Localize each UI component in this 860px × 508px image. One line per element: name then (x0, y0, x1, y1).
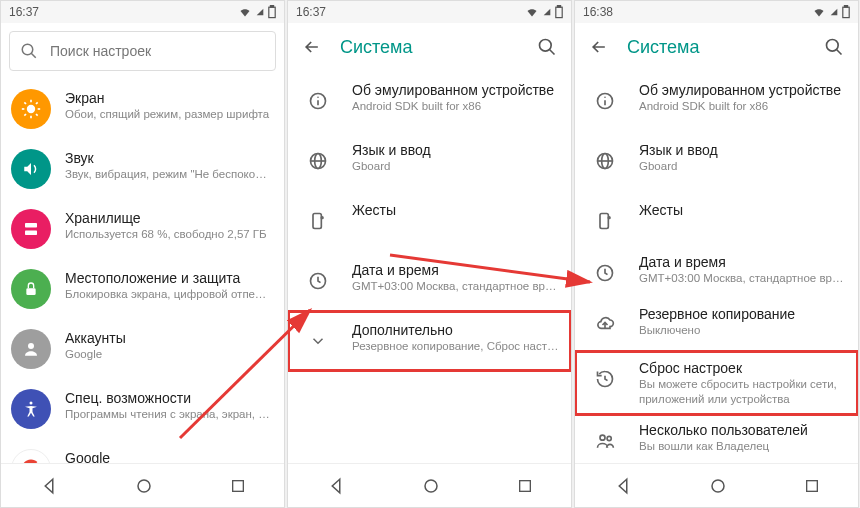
item-backup[interactable]: Резервное копированиеВыключено (575, 299, 858, 351)
nav-bar (1, 463, 284, 507)
item-storage[interactable]: ХранилищеИспользуется 68 %, свободно 2,5… (1, 199, 284, 259)
row-title: Резервное копирование (639, 305, 846, 323)
app-bar: Система (288, 23, 571, 71)
appbar-title: Система (332, 37, 527, 58)
item-display[interactable]: ЭкранОбои, спящий режим, размер шрифта (1, 79, 284, 139)
lock-icon (11, 269, 51, 309)
clock: 16:37 (296, 5, 326, 19)
item-accessibility[interactable]: Спец. возможностиПрограммы чтения с экра… (1, 379, 284, 439)
svg-rect-14 (25, 231, 37, 236)
nav-recent-icon[interactable] (230, 478, 246, 494)
wifi-icon (812, 6, 826, 18)
svg-point-16 (28, 343, 34, 349)
row-title: Сброс настроек (639, 359, 846, 377)
row-subtitle: Программы чтения с экрана, экран, элемен… (65, 407, 272, 422)
row-subtitle: Вы можете сбросить настройки сети, прило… (639, 377, 846, 407)
google-icon (11, 449, 51, 463)
nav-bar (288, 463, 571, 507)
row-subtitle: Gboard (639, 159, 846, 174)
row-title: Язык и ввод (352, 141, 559, 159)
clock-icon (585, 253, 625, 293)
item-gestures[interactable]: Жесты (288, 191, 571, 251)
nav-back-icon[interactable] (40, 477, 58, 495)
nav-recent-icon[interactable] (804, 478, 820, 494)
nav-recent-icon[interactable] (517, 478, 533, 494)
gesture-icon (585, 201, 625, 241)
item-reset[interactable]: Сброс настроекВы можете сбросить настрой… (575, 351, 858, 415)
item-advanced[interactable]: ДополнительноРезервное копирование, Сбро… (288, 311, 571, 371)
row-subtitle: Обои, спящий режим, размер шрифта (65, 107, 272, 122)
nav-bar (575, 463, 858, 507)
status-icons (238, 5, 276, 19)
item-datetime[interactable]: Дата и времяGMT+03:00 Москва, стандартно… (575, 247, 858, 299)
battery-icon (268, 5, 276, 19)
row-title: Жесты (352, 201, 559, 219)
row-subtitle: GMT+03:00 Москва, стандартное время (352, 279, 559, 294)
battery-icon (842, 5, 850, 19)
search-icon (537, 37, 557, 57)
globe-icon (585, 141, 625, 181)
svg-line-10 (36, 114, 38, 116)
cloud-upload-icon (585, 305, 625, 345)
search-placeholder: Поиск настроек (50, 43, 151, 59)
signal-icon (830, 6, 838, 18)
arrow-left-icon (302, 37, 322, 57)
svg-line-11 (24, 114, 26, 116)
svg-rect-57 (806, 480, 817, 491)
item-gestures[interactable]: Жесты (575, 191, 858, 247)
item-datetime[interactable]: Дата и времяGMT+03:00 Москва, стандартно… (288, 251, 571, 311)
nav-home-icon[interactable] (422, 477, 440, 495)
row-subtitle: Используется 68 %, свободно 2,57 ГБ (65, 227, 272, 242)
svg-line-41 (837, 50, 842, 55)
item-about[interactable]: Об эмулированном устройствеAndroid SDK b… (575, 71, 858, 131)
svg-rect-15 (26, 288, 35, 295)
app-bar: Система (575, 23, 858, 71)
svg-line-26 (550, 50, 555, 55)
nav-home-icon[interactable] (709, 477, 727, 495)
storage-icon (11, 209, 51, 249)
nav-home-icon[interactable] (135, 477, 153, 495)
person-icon (11, 329, 51, 369)
search-input[interactable]: Поиск настроек (9, 31, 276, 71)
row-title: Дата и время (352, 261, 559, 279)
globe-icon (298, 141, 338, 181)
restore-icon (585, 359, 625, 399)
item-users[interactable]: Несколько пользователейВы вошли как Влад… (575, 415, 858, 463)
nav-back-icon[interactable] (327, 477, 345, 495)
svg-line-12 (36, 102, 38, 104)
svg-rect-39 (844, 6, 847, 8)
row-title: Об эмулированном устройстве (639, 81, 846, 99)
svg-rect-24 (557, 6, 560, 8)
arrow-left-icon (589, 37, 609, 57)
item-language[interactable]: Язык и вводGboard (288, 131, 571, 191)
svg-point-51 (600, 435, 605, 440)
sound-icon (11, 149, 51, 189)
status-icons (525, 5, 563, 19)
item-language[interactable]: Язык и вводGboard (575, 131, 858, 191)
chevron-down-icon (298, 321, 338, 361)
phone-screen-system: 16:37 Система Об эмулированном устройств… (287, 0, 572, 508)
svg-point-29 (317, 96, 319, 98)
svg-line-9 (24, 102, 26, 104)
search-icon (824, 37, 844, 57)
nav-back-icon[interactable] (614, 477, 632, 495)
item-google[interactable]: GoogleСервисы и настройки (1, 439, 284, 463)
svg-rect-33 (313, 214, 321, 229)
info-icon (585, 81, 625, 121)
svg-point-2 (22, 44, 33, 55)
info-icon (298, 81, 338, 121)
item-sound[interactable]: ЗвукЗвук, вибрация, режим "Не беспокоить… (1, 139, 284, 199)
search-button[interactable] (527, 27, 567, 67)
item-about[interactable]: Об эмулированном устройствеAndroid SDK b… (288, 71, 571, 131)
row-subtitle: Google (65, 347, 272, 362)
status-bar: 16:37 (1, 1, 284, 23)
search-button[interactable] (814, 27, 854, 67)
back-button[interactable] (579, 27, 619, 67)
search-icon (20, 42, 38, 60)
item-security[interactable]: Местоположение и защитаБлокировка экрана… (1, 259, 284, 319)
item-accounts[interactable]: АккаунтыGoogle (1, 319, 284, 379)
back-button[interactable] (292, 27, 332, 67)
clock: 16:37 (9, 5, 39, 19)
row-subtitle: GMT+03:00 Москва, стандартное время (639, 271, 846, 286)
display-icon (11, 89, 51, 129)
